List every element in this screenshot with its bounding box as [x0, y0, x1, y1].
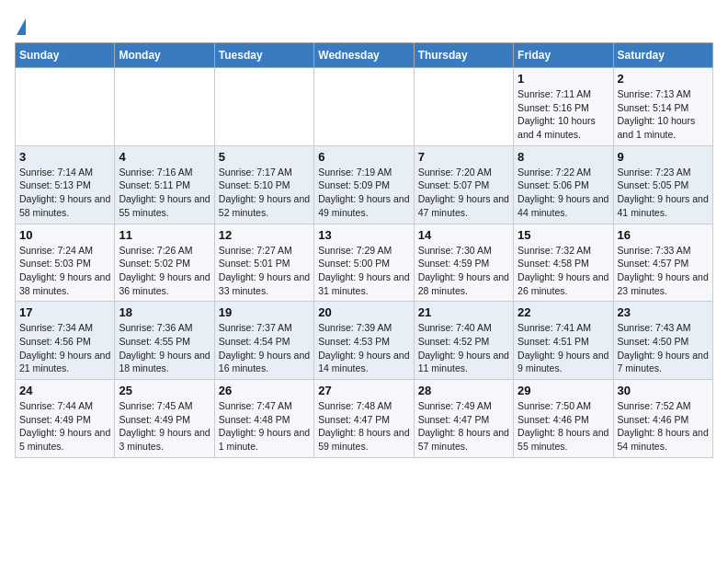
day-info: Sunrise: 7:22 AMSunset: 5:06 PMDaylight:… — [518, 166, 609, 220]
calendar-cell — [214, 68, 313, 146]
day-header-saturday: Saturday — [613, 43, 712, 68]
day-info: Sunrise: 7:13 AMSunset: 5:14 PMDaylight:… — [618, 87, 709, 142]
day-header-wednesday: Wednesday — [314, 43, 414, 68]
calendar-cell: 12Sunrise: 7:27 AMSunset: 5:01 PMDayligh… — [214, 224, 313, 302]
day-number: 14 — [418, 228, 509, 242]
calendar-cell — [314, 68, 414, 146]
day-header-thursday: Thursday — [414, 43, 513, 68]
day-info: Sunrise: 7:52 AMSunset: 4:46 PMDaylight:… — [618, 399, 709, 454]
day-info: Sunrise: 7:40 AMSunset: 4:52 PMDaylight:… — [418, 321, 509, 375]
calendar-cell: 11Sunrise: 7:26 AMSunset: 5:02 PMDayligh… — [115, 224, 214, 302]
day-header-friday: Friday — [514, 43, 613, 68]
day-info: Sunrise: 7:27 AMSunset: 5:01 PMDaylight:… — [219, 244, 310, 298]
calendar-cell: 20Sunrise: 7:39 AMSunset: 4:53 PMDayligh… — [314, 302, 414, 380]
week-row-4: 24Sunrise: 7:44 AMSunset: 4:49 PMDayligh… — [16, 380, 713, 458]
day-number: 3 — [19, 150, 110, 164]
day-info: Sunrise: 7:33 AMSunset: 4:57 PMDaylight:… — [618, 244, 709, 298]
day-number: 11 — [119, 228, 210, 242]
calendar-cell: 16Sunrise: 7:33 AMSunset: 4:57 PMDayligh… — [613, 224, 712, 302]
day-number: 28 — [418, 384, 509, 397]
day-number: 17 — [19, 305, 110, 319]
day-info: Sunrise: 7:24 AMSunset: 5:03 PMDaylight:… — [19, 244, 110, 298]
day-number: 13 — [318, 228, 409, 242]
calendar-cell: 3Sunrise: 7:14 AMSunset: 5:13 PMDaylight… — [16, 145, 115, 224]
page: SundayMondayTuesdayWednesdayThursdayFrid… — [0, 0, 728, 473]
logo — [15, 15, 26, 35]
day-info: Sunrise: 7:48 AMSunset: 4:47 PMDaylight:… — [318, 399, 409, 454]
calendar-cell: 28Sunrise: 7:49 AMSunset: 4:47 PMDayligh… — [414, 380, 513, 458]
day-info: Sunrise: 7:17 AMSunset: 5:10 PMDaylight:… — [219, 166, 310, 220]
day-info: Sunrise: 7:47 AMSunset: 4:48 PMDaylight:… — [219, 399, 310, 454]
day-info: Sunrise: 7:49 AMSunset: 4:47 PMDaylight:… — [418, 399, 509, 454]
day-info: Sunrise: 7:14 AMSunset: 5:13 PMDaylight:… — [19, 166, 110, 220]
day-info: Sunrise: 7:43 AMSunset: 4:50 PMDaylight:… — [618, 321, 709, 375]
calendar-cell — [115, 68, 214, 146]
week-row-0: 1Sunrise: 7:11 AMSunset: 5:16 PMDaylight… — [16, 68, 713, 146]
day-info: Sunrise: 7:19 AMSunset: 5:09 PMDaylight:… — [318, 166, 409, 220]
day-number: 23 — [618, 305, 709, 319]
day-number: 12 — [219, 228, 310, 242]
day-info: Sunrise: 7:41 AMSunset: 4:51 PMDaylight:… — [518, 321, 609, 375]
day-number: 29 — [518, 384, 609, 397]
day-number: 30 — [618, 384, 709, 397]
calendar-cell: 30Sunrise: 7:52 AMSunset: 4:46 PMDayligh… — [613, 380, 712, 458]
day-header-tuesday: Tuesday — [214, 43, 313, 68]
day-number: 2 — [618, 72, 709, 86]
day-header-monday: Monday — [115, 43, 214, 68]
calendar-cell: 6Sunrise: 7:19 AMSunset: 5:09 PMDaylight… — [314, 145, 414, 224]
day-info: Sunrise: 7:50 AMSunset: 4:46 PMDaylight:… — [518, 399, 609, 454]
day-info: Sunrise: 7:20 AMSunset: 5:07 PMDaylight:… — [418, 166, 509, 220]
day-info: Sunrise: 7:34 AMSunset: 4:56 PMDaylight:… — [19, 321, 110, 375]
calendar-cell: 2Sunrise: 7:13 AMSunset: 5:14 PMDaylight… — [613, 68, 712, 146]
calendar-table: SundayMondayTuesdayWednesdayThursdayFrid… — [15, 42, 713, 458]
day-number: 27 — [318, 384, 409, 397]
day-number: 20 — [318, 305, 409, 319]
day-number: 8 — [518, 150, 609, 164]
day-info: Sunrise: 7:45 AMSunset: 4:49 PMDaylight:… — [119, 399, 210, 454]
day-number: 9 — [618, 150, 709, 164]
day-number: 24 — [19, 384, 110, 397]
header — [15, 15, 713, 35]
calendar-cell: 5Sunrise: 7:17 AMSunset: 5:10 PMDaylight… — [214, 145, 313, 224]
logo-text — [15, 18, 26, 35]
week-row-2: 10Sunrise: 7:24 AMSunset: 5:03 PMDayligh… — [16, 224, 713, 302]
day-info: Sunrise: 7:29 AMSunset: 5:00 PMDaylight:… — [318, 244, 409, 298]
week-row-1: 3Sunrise: 7:14 AMSunset: 5:13 PMDaylight… — [16, 145, 713, 224]
day-info: Sunrise: 7:30 AMSunset: 4:59 PMDaylight:… — [418, 244, 509, 298]
header-row: SundayMondayTuesdayWednesdayThursdayFrid… — [16, 43, 713, 68]
calendar-cell: 18Sunrise: 7:36 AMSunset: 4:55 PMDayligh… — [115, 302, 214, 380]
day-number: 25 — [119, 384, 210, 397]
day-number: 19 — [219, 305, 310, 319]
calendar-cell: 9Sunrise: 7:23 AMSunset: 5:05 PMDaylight… — [613, 145, 712, 224]
calendar-cell: 4Sunrise: 7:16 AMSunset: 5:11 PMDaylight… — [115, 145, 214, 224]
day-number: 16 — [618, 228, 709, 242]
calendar-cell — [16, 68, 115, 146]
calendar-cell: 21Sunrise: 7:40 AMSunset: 4:52 PMDayligh… — [414, 302, 513, 380]
day-info: Sunrise: 7:16 AMSunset: 5:11 PMDaylight:… — [119, 166, 210, 220]
calendar-cell: 24Sunrise: 7:44 AMSunset: 4:49 PMDayligh… — [16, 380, 115, 458]
calendar-cell: 25Sunrise: 7:45 AMSunset: 4:49 PMDayligh… — [115, 380, 214, 458]
day-info: Sunrise: 7:11 AMSunset: 5:16 PMDaylight:… — [518, 87, 609, 142]
day-info: Sunrise: 7:37 AMSunset: 4:54 PMDaylight:… — [219, 321, 310, 375]
calendar-cell: 10Sunrise: 7:24 AMSunset: 5:03 PMDayligh… — [16, 224, 115, 302]
calendar-cell: 17Sunrise: 7:34 AMSunset: 4:56 PMDayligh… — [16, 302, 115, 380]
logo-triangle-icon — [17, 18, 26, 35]
day-info: Sunrise: 7:36 AMSunset: 4:55 PMDaylight:… — [119, 321, 210, 375]
calendar-cell: 7Sunrise: 7:20 AMSunset: 5:07 PMDaylight… — [414, 145, 513, 224]
day-info: Sunrise: 7:44 AMSunset: 4:49 PMDaylight:… — [19, 399, 110, 454]
day-number: 18 — [119, 305, 210, 319]
calendar-cell — [414, 68, 513, 146]
calendar-cell: 19Sunrise: 7:37 AMSunset: 4:54 PMDayligh… — [214, 302, 313, 380]
day-number: 5 — [219, 150, 310, 164]
calendar-cell: 13Sunrise: 7:29 AMSunset: 5:00 PMDayligh… — [314, 224, 414, 302]
calendar-cell: 27Sunrise: 7:48 AMSunset: 4:47 PMDayligh… — [314, 380, 414, 458]
day-header-sunday: Sunday — [16, 43, 115, 68]
day-info: Sunrise: 7:32 AMSunset: 4:58 PMDaylight:… — [518, 244, 609, 298]
day-number: 26 — [219, 384, 310, 397]
calendar-cell: 29Sunrise: 7:50 AMSunset: 4:46 PMDayligh… — [514, 380, 613, 458]
calendar-cell: 1Sunrise: 7:11 AMSunset: 5:16 PMDaylight… — [514, 68, 613, 146]
calendar-cell: 26Sunrise: 7:47 AMSunset: 4:48 PMDayligh… — [214, 380, 313, 458]
day-number: 10 — [19, 228, 110, 242]
calendar-cell: 15Sunrise: 7:32 AMSunset: 4:58 PMDayligh… — [514, 224, 613, 302]
day-number: 6 — [318, 150, 409, 164]
